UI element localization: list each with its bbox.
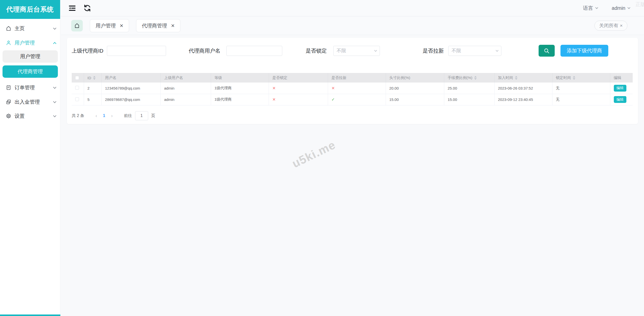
- column-label: 等级: [215, 75, 222, 80]
- prev-page-button[interactable]: ‹: [93, 113, 100, 118]
- column-label: 加入时间: [498, 75, 513, 80]
- agent-name-input[interactable]: [226, 46, 282, 56]
- column-label: 头寸比例(%): [389, 75, 410, 80]
- column-label: 上级用户名: [164, 75, 183, 80]
- cell-pulled: ✕: [328, 83, 386, 94]
- cell-join_time: 2023-06-26 03:37:52: [494, 83, 552, 94]
- sidebar-item-user-management[interactable]: 用户管理: [0, 36, 60, 50]
- close-icon[interactable]: ×: [120, 23, 123, 29]
- column-header-level: 等级: [211, 73, 269, 83]
- tab-user-management[interactable]: 用户管理 ×: [90, 19, 129, 32]
- cell-select: [72, 83, 84, 94]
- column-header-fee[interactable]: 手续费比例(%): [444, 73, 494, 83]
- sidebar-item-funds-management[interactable]: 出入金管理: [0, 95, 60, 109]
- chevron-down-icon: [53, 114, 56, 117]
- goto-label: 前往: [124, 113, 132, 118]
- column-header-select: [72, 73, 84, 83]
- column-label: ID: [88, 76, 91, 80]
- sidebar-item-label: 用户管理: [15, 40, 35, 46]
- sidebar-item-label: 出入金管理: [15, 99, 40, 105]
- column-header-locked: 是否锁定: [269, 73, 328, 83]
- column-header-lock_time[interactable]: 锁定时间: [552, 73, 610, 83]
- filter-bar: 上级代理商ID 代理商用户名 是否锁定 不限 是否拉新 不限 添加下级代理商: [67, 45, 638, 58]
- submenu-label: 代理商管理: [18, 68, 43, 75]
- sidebar-subitem-agent-management[interactable]: 代理商管理: [3, 65, 58, 78]
- document-icon: [6, 85, 12, 91]
- add-sub-agent-button[interactable]: 添加下级代理商: [560, 45, 608, 57]
- edit-button[interactable]: 编辑: [614, 96, 626, 103]
- close-icon[interactable]: ×: [171, 23, 175, 29]
- cell-pulled: ✓: [328, 94, 386, 105]
- pull-filter-select[interactable]: 不限: [448, 46, 501, 56]
- cell-level: 1级代理商: [211, 83, 269, 94]
- sort-icon[interactable]: [474, 76, 477, 80]
- user-dropdown[interactable]: admin: [612, 5, 630, 11]
- page-number[interactable]: 1: [100, 113, 108, 118]
- collapse-sidebar-icon[interactable]: [68, 4, 76, 12]
- column-header-parent: 上级用户名: [160, 73, 211, 83]
- select-all-checkbox[interactable]: [75, 76, 79, 80]
- topbar: 语言 admin 正版: [61, 0, 644, 16]
- sidebar-item-settings[interactable]: 设置: [0, 109, 60, 123]
- agents-table: ID用户名上级用户名等级是否锁定是否拉新头寸比例(%)手续费比例(%)加入时间锁…: [72, 73, 633, 105]
- language-dropdown[interactable]: 语言: [583, 5, 598, 12]
- tab-agent-management[interactable]: 代理商管理 ×: [136, 19, 180, 32]
- next-page-button[interactable]: ›: [108, 113, 115, 118]
- column-header-join_time[interactable]: 加入时间: [494, 73, 552, 83]
- chevron-down-icon: [496, 49, 498, 52]
- pull-filter-label: 是否拉新: [423, 45, 444, 57]
- cell-username: 123456789@qq.com: [101, 83, 160, 94]
- sidebar-item-label: 订单管理: [15, 84, 35, 91]
- row-checkbox[interactable]: [75, 97, 79, 101]
- cell-level: 1级代理商: [211, 94, 269, 105]
- sidebar: 代理商后台系统 主页 用户管理 用户管理 代理商管理 订单管理 出入金管理 设置: [0, 0, 60, 316]
- refresh-icon[interactable]: [83, 4, 92, 12]
- cell-parent: admin: [160, 94, 211, 105]
- cell-locked: ✕: [269, 83, 328, 94]
- cell-lock_time: 无: [552, 94, 610, 105]
- chevron-down-icon: [374, 49, 377, 52]
- cell-locked: ✕: [269, 94, 328, 105]
- agent-id-input[interactable]: [107, 46, 166, 56]
- tab-label: 代理商管理: [142, 22, 167, 29]
- status-no-icon: ✕: [272, 86, 276, 90]
- cell-position: 20.00: [386, 83, 444, 94]
- cell-username: 286978687@qq.com: [101, 94, 160, 105]
- sidebar-item-order-management[interactable]: 订单管理: [0, 81, 60, 95]
- agent-id-label: 上级代理商ID: [72, 45, 103, 57]
- close-all-tabs-button[interactable]: 关闭所有 ×: [594, 21, 627, 31]
- sort-icon[interactable]: [573, 76, 575, 80]
- cell-id: 5: [84, 94, 101, 105]
- sidebar-subitem-user-management[interactable]: 用户管理: [3, 50, 58, 63]
- cell-edit: 编辑: [610, 83, 633, 94]
- locked-filter-select[interactable]: 不限: [333, 46, 380, 56]
- column-label: 是否拉新: [332, 75, 347, 80]
- sort-icon[interactable]: [515, 76, 517, 80]
- content-card: 上级代理商ID 代理商用户名 是否锁定 不限 是否拉新 不限 添加下级代理商 I…: [67, 38, 638, 124]
- goto-page-input[interactable]: [135, 111, 148, 120]
- tab-home[interactable]: [71, 20, 83, 31]
- select-value: 不限: [452, 48, 461, 54]
- sidebar-item-home[interactable]: 主页: [0, 21, 60, 35]
- status-yes-icon: ✓: [332, 97, 335, 102]
- row-checkbox[interactable]: [75, 86, 79, 90]
- table-row: 2123456789@qq.comadmin1级代理商✕✕20.0025.002…: [72, 83, 633, 94]
- status-no-icon: ✕: [272, 97, 276, 102]
- select-value: 不限: [337, 48, 346, 54]
- search-button[interactable]: [539, 45, 555, 57]
- column-header-position: 头寸比例(%): [386, 73, 444, 83]
- sidebar-item-label: 主页: [15, 25, 25, 32]
- search-icon: [543, 48, 550, 54]
- cell-parent: admin: [160, 83, 211, 94]
- sort-icon[interactable]: [93, 76, 96, 80]
- chevron-down-icon: [627, 6, 630, 9]
- column-header-id[interactable]: ID: [84, 73, 101, 83]
- cell-join_time: 2023-09-12 23:40:45: [494, 94, 552, 105]
- chevron-down-icon: [53, 86, 56, 89]
- page-watermark: u5ki.me: [290, 123, 368, 171]
- column-label: 手续费比例(%): [448, 75, 472, 80]
- user-icon: [6, 40, 12, 46]
- column-header-pulled: 是否拉新: [328, 73, 386, 83]
- edit-button[interactable]: 编辑: [614, 85, 626, 92]
- total-count: 共 2 条: [72, 113, 84, 118]
